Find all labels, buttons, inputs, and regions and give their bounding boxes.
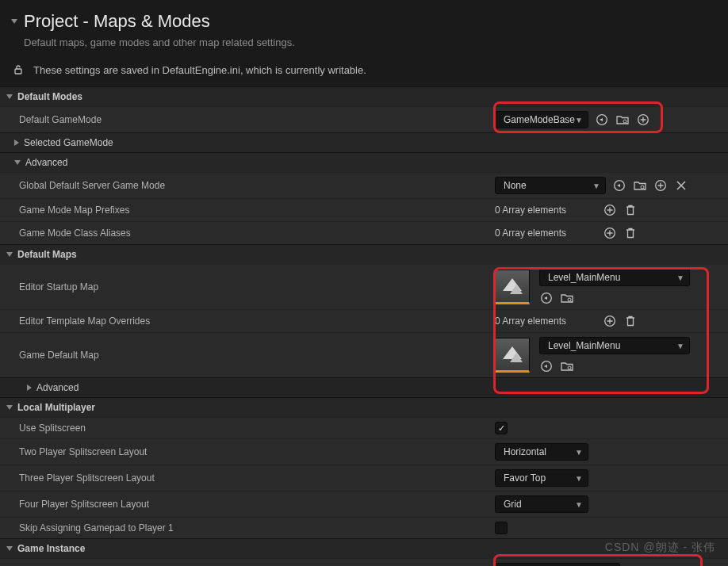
collapse-icon[interactable]: [11, 19, 17, 24]
chevron-down-icon: ▼: [575, 116, 583, 124]
label-use-splitscreen: Use Splitscreen: [19, 423, 495, 434]
section-advanced-maps[interactable]: Advanced: [0, 377, 728, 397]
browse-icon[interactable]: [615, 113, 630, 127]
dropdown-editor-startup[interactable]: Level_MainMenu▼: [539, 269, 690, 286]
dropdown-three-player[interactable]: Favor Top▼: [495, 469, 588, 487]
label-four-player: Four Player Splitscreen Layout: [19, 499, 495, 510]
label-template-overrides: Editor Template Map Overrides: [19, 316, 495, 327]
page-title: Project - Maps & Modes: [24, 11, 210, 32]
add-icon[interactable]: [603, 203, 617, 217]
add-icon[interactable]: [636, 113, 650, 127]
reset-icon[interactable]: [595, 113, 609, 127]
section-game-instance[interactable]: Game Instance: [0, 538, 728, 558]
asset-thumbnail[interactable]: [495, 270, 530, 304]
browse-icon[interactable]: [560, 291, 574, 305]
section-advanced[interactable]: Advanced: [0, 152, 728, 172]
label-default-gamemode: Default GameMode: [19, 114, 495, 125]
section-selected-gamemode[interactable]: Selected GameMode: [0, 132, 728, 152]
section-default-maps[interactable]: Default Maps: [0, 244, 728, 264]
label-map-prefixes: Game Mode Map Prefixes: [19, 205, 495, 216]
array-count: 0 Array elements: [495, 205, 596, 216]
trash-icon[interactable]: [623, 314, 638, 328]
clear-icon[interactable]: [674, 178, 688, 193]
trash-icon[interactable]: [623, 203, 638, 217]
add-icon[interactable]: [603, 314, 617, 328]
checkbox-use-splitscreen[interactable]: ✓: [495, 422, 508, 434]
label-two-player: Two Player Splitscreen Layout: [19, 446, 495, 457]
add-icon[interactable]: [653, 178, 668, 193]
label-editor-startup: Editor Startup Map: [19, 281, 495, 293]
browse-icon[interactable]: [560, 359, 574, 373]
section-local-multiplayer[interactable]: Local Multiplayer: [0, 397, 728, 417]
dropdown-four-player[interactable]: Grid▼: [495, 495, 588, 513]
label-global-server: Global Default Server Game Mode: [19, 180, 495, 191]
reset-icon[interactable]: [612, 178, 626, 193]
checkbox-skip-gamepad[interactable]: [495, 522, 508, 534]
page-subtitle: Default maps, game modes and other map r…: [24, 36, 717, 48]
use-icon[interactable]: [539, 359, 554, 373]
array-count: 0 Array elements: [495, 316, 596, 327]
section-default-modes[interactable]: Default Modes: [0, 86, 728, 106]
use-icon[interactable]: [539, 291, 554, 305]
browse-icon[interactable]: [633, 178, 647, 193]
label-game-default-map: Game Default Map: [19, 350, 495, 361]
unlock-icon: [11, 63, 25, 77]
saved-text: These settings are saved in DefaultEngin…: [33, 64, 366, 76]
add-icon[interactable]: [603, 226, 617, 240]
label-three-player: Three Player Splitscreen Layout: [19, 472, 495, 484]
asset-thumbnail[interactable]: [495, 338, 530, 373]
trash-icon[interactable]: [623, 226, 638, 240]
dropdown-two-player[interactable]: Horizontal▼: [495, 443, 588, 461]
dropdown-default-gamemode[interactable]: GameModeBase▼: [495, 111, 588, 128]
array-count: 0 Array elements: [495, 228, 596, 239]
dropdown-game-default-map[interactable]: Level_MainMenu▼: [539, 337, 690, 354]
dropdown-global-server[interactable]: None▼: [495, 177, 606, 194]
dropdown-instance-class[interactable]: Blueprint_GameInstance▼: [495, 563, 620, 566]
label-class-aliases: Game Mode Class Aliases: [19, 228, 495, 239]
label-skip-gamepad: Skip Assigning Gamepad to Player 1: [19, 522, 495, 533]
